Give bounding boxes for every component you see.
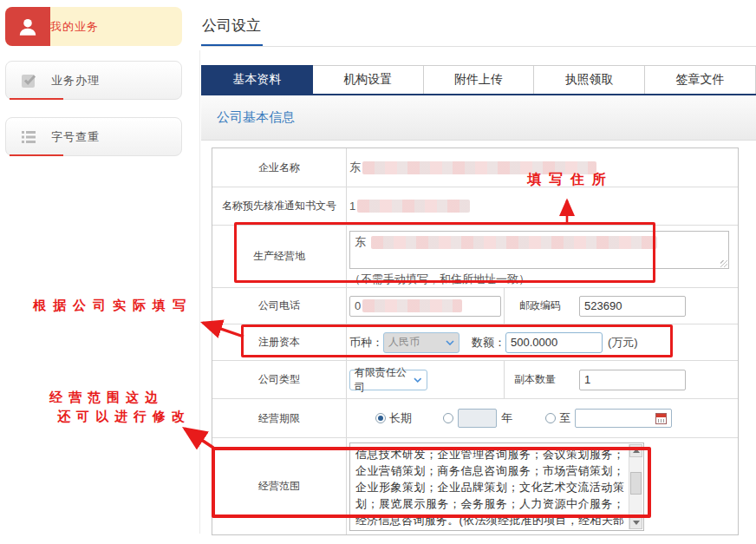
copy-count-input[interactable]: 1 — [579, 370, 686, 390]
long-term-label: 长期 — [389, 410, 412, 426]
row-registered-capital: 注册资本 币种： 人民币 数额： 500.0000 (万元) — [212, 324, 738, 360]
scroll-down-icon[interactable] — [629, 516, 642, 529]
business-site-textarea[interactable]: 东 — [349, 231, 729, 269]
annotation-fill-actual: 根据公司实际填写 — [33, 298, 192, 314]
sidebar-item-business-handling[interactable]: 业务办理 — [5, 61, 182, 100]
scroll-up-icon[interactable] — [629, 444, 642, 457]
business-site-label: 生产经营地 — [212, 226, 347, 287]
row-business-term: 经营期限 长期 年 至 — [212, 398, 738, 437]
tab-org-setup[interactable]: 机构设置 — [313, 65, 424, 94]
registered-capital-label: 注册资本 — [212, 324, 347, 360]
redacted-enterprise-name — [362, 161, 596, 174]
page-title: 公司设立 — [202, 16, 261, 36]
sidebar-item-label: 业务办理 — [51, 73, 100, 88]
business-term-value: 长期 年 至 — [347, 399, 738, 437]
tab-bar: 基本资料 机构设置 附件上传 执照领取 签章文件 — [201, 65, 756, 95]
row-business-site: 生产经营地 东 （不需手动填写，和住所地址一致） — [212, 225, 738, 287]
list-icon — [6, 118, 51, 155]
phone-prefix: 0 — [355, 299, 361, 312]
business-scope-value: 信息技术研发；企业管理咨询服务；会议策划服务；企业营销策划；商务信息咨询服务；市… — [347, 438, 738, 534]
tab-basic-info[interactable]: 基本资料 — [201, 65, 313, 94]
business-site-prefix: 东 — [355, 235, 366, 248]
scrollbar-thumb[interactable] — [630, 472, 642, 495]
redacted-business-site — [371, 236, 657, 249]
sidebar-item-my-business[interactable]: 我的业务 — [5, 7, 182, 46]
phone-label: 公司电话 — [212, 288, 347, 324]
until-label: 至 — [559, 410, 570, 426]
postal-code-value: 523690 — [584, 299, 622, 312]
cell-divider — [504, 361, 505, 398]
business-term-label: 经营期限 — [212, 399, 347, 437]
amount-input[interactable]: 500.0000 — [505, 332, 603, 353]
registered-capital-value: 币种： 人民币 数额： 500.0000 (万元) — [347, 324, 738, 360]
row-company-type: 公司类型 有限责任公司 副本数量 1 — [212, 360, 738, 398]
cell-divider — [504, 288, 505, 324]
company-type-select[interactable]: 有限责任公司 — [349, 370, 427, 390]
phone-input[interactable]: 0 — [349, 296, 501, 317]
sidebar-underline — [10, 98, 63, 100]
enterprise-name-label: 企业名称 — [212, 148, 347, 187]
currency-value: 人民币 — [388, 335, 420, 350]
content-divider — [199, 50, 200, 534]
redacted-phone — [362, 299, 462, 312]
phone-postal-value: 0 邮政编码 523690 — [347, 288, 738, 324]
business-site-value: 东 （不需手动填写，和住所地址一致） — [347, 226, 738, 287]
tab-signature-files[interactable]: 签章文件 — [645, 65, 756, 94]
notice-number-value: 1 — [347, 187, 738, 225]
long-term-radio[interactable] — [375, 413, 386, 423]
sidebar-item-label: 我的业务 — [50, 19, 99, 35]
enterprise-name-value: 东 — [347, 148, 738, 187]
business-scope-text: 信息技术研发；企业管理咨询服务；会议策划服务；企业营销策划；商务信息咨询服务；市… — [355, 446, 624, 531]
company-type-selected: 有限责任公司 — [355, 365, 414, 395]
row-notice-number: 名称预先核准通知书文号 1 — [212, 187, 738, 225]
scrollbar[interactable] — [629, 444, 642, 529]
business-scope-label: 经营范围 — [212, 438, 347, 534]
row-phone-postal: 公司电话 0 邮政编码 523690 — [212, 287, 738, 324]
user-icon — [5, 7, 50, 46]
tab-attachment-upload[interactable]: 附件上传 — [424, 65, 535, 94]
calendar-icon[interactable] — [655, 413, 667, 424]
copy-count-label: 副本数量 — [514, 372, 556, 387]
notice-number-prefix: 1 — [349, 200, 355, 213]
amount-value: 500.0000 — [511, 336, 557, 349]
company-basic-info-form: 企业名称 东 名称预先核准通知书文号 1 生产经营地 东 — [212, 147, 739, 535]
company-setup-page: 我的业务 业务办理 字号查重 公司设立 基本资料 机构设置 附件上传 执照领取 … — [0, 0, 756, 544]
redacted-notice-number — [357, 200, 470, 213]
company-type-label: 公司类型 — [212, 361, 347, 398]
business-scope-textarea[interactable]: 信息技术研发；企业管理咨询服务；会议策划服务；企业营销策划；商务信息咨询服务；市… — [349, 442, 644, 531]
checkbox-icon — [6, 62, 51, 99]
sidebar-item-name-check[interactable]: 字号查重 — [5, 117, 182, 156]
years-suffix: 年 — [501, 410, 512, 426]
postal-code-input[interactable]: 523690 — [579, 296, 686, 317]
row-business-scope: 经营范围 信息技术研发；企业管理咨询服务；会议策划服务；企业营销策划；商务信息咨… — [212, 437, 738, 534]
amount-label: 数额： — [472, 335, 505, 351]
copy-count-value: 1 — [584, 373, 590, 386]
annotation-scope-edit-1: 经营范围这边 — [49, 390, 164, 406]
sidebar-underline — [10, 154, 63, 156]
section-header: 公司基本信息 — [201, 95, 756, 141]
notice-number-label: 名称预先核准通知书文号 — [212, 187, 347, 225]
resize-grip-icon[interactable] — [720, 260, 727, 267]
until-date-input[interactable] — [575, 409, 672, 428]
company-type-value: 有限责任公司 副本数量 1 — [347, 361, 738, 398]
sidebar-item-label: 字号查重 — [51, 129, 100, 145]
currency-select[interactable]: 人民币 — [383, 332, 459, 353]
until-date-radio[interactable] — [545, 413, 556, 423]
amount-unit: (万元) — [608, 335, 638, 351]
row-enterprise-name: 企业名称 东 — [212, 148, 738, 187]
section-title: 公司基本信息 — [217, 109, 295, 126]
title-underline-track — [201, 46, 756, 47]
years-radio[interactable] — [443, 413, 453, 423]
chevron-down-icon — [414, 377, 422, 383]
currency-label: 币种： — [349, 335, 383, 351]
tab-license-collection[interactable]: 执照领取 — [534, 65, 645, 94]
chevron-down-icon — [446, 340, 454, 345]
postal-code-label: 邮政编码 — [519, 298, 561, 313]
annotation-scope-edit-2: 还可以进行修改 — [57, 409, 191, 425]
business-site-note: （不需手动填写，和住所地址一致） — [349, 272, 738, 287]
enterprise-name-prefix: 东 — [349, 160, 361, 175]
years-input[interactable] — [458, 409, 497, 428]
